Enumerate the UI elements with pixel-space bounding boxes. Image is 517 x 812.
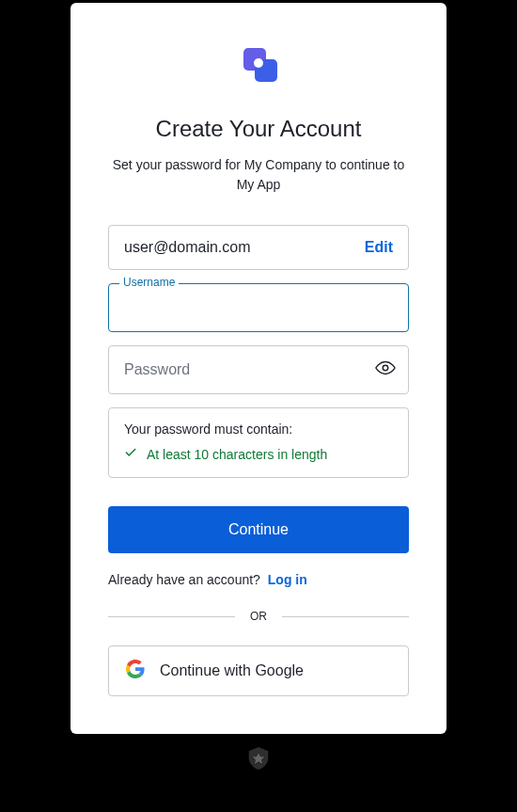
page-subtitle: Set your password for My Company to cont…	[108, 155, 409, 195]
svg-point-3	[383, 365, 388, 371]
username-field-group: Username	[108, 283, 409, 332]
login-link[interactable]: Log in	[268, 572, 307, 587]
show-password-icon[interactable]	[375, 358, 396, 382]
divider-text: OR	[250, 610, 267, 623]
google-signin-label: Continue with Google	[160, 662, 304, 679]
brand-logo	[236, 40, 281, 89]
password-rule-item: At least 10 characters in length	[124, 446, 393, 462]
password-field-group	[108, 345, 409, 394]
google-signin-button[interactable]: Continue with Google	[108, 645, 409, 696]
signup-card: Create Your Account Set your password fo…	[70, 3, 446, 734]
auth-provider-badge-icon	[248, 747, 269, 773]
checkmark-icon	[124, 446, 137, 462]
password-rules-box: Your password must contain: At least 10 …	[108, 407, 409, 478]
page-title: Create Your Account	[156, 116, 362, 142]
svg-point-2	[254, 58, 263, 68]
divider-line	[108, 616, 235, 617]
divider-line	[282, 616, 409, 617]
email-display-row: user@domain.com Edit	[108, 225, 409, 270]
continue-button[interactable]: Continue	[108, 506, 409, 553]
username-label: Username	[119, 276, 179, 289]
login-prompt: Already have an account? Log in	[108, 572, 409, 587]
password-input[interactable]	[108, 345, 409, 394]
username-input[interactable]	[108, 283, 409, 332]
google-icon	[126, 660, 145, 682]
password-rule-text: At least 10 characters in length	[147, 447, 327, 462]
email-value: user@domain.com	[124, 239, 251, 256]
edit-email-link[interactable]: Edit	[365, 239, 393, 256]
login-prompt-text: Already have an account?	[108, 572, 260, 587]
divider: OR	[108, 610, 409, 623]
password-rules-title: Your password must contain:	[124, 422, 393, 437]
